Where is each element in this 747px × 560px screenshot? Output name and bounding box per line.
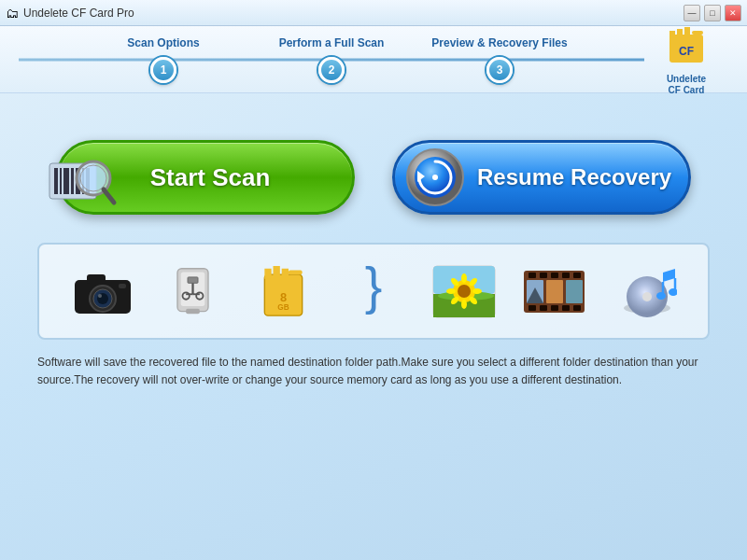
svg-point-50: [458, 285, 471, 298]
camera-icon: [65, 259, 140, 324]
svg-point-80: [669, 288, 677, 296]
svg-point-20: [432, 175, 438, 180]
svg-point-57: [446, 288, 456, 294]
icons-strip: 8 GB }: [37, 243, 710, 340]
window-title: Undelete CF Card Pro: [23, 7, 684, 20]
usb-drive-icon: [156, 259, 231, 324]
scan-icon: [45, 145, 120, 219]
svg-rect-69: [573, 305, 581, 311]
buttons-row: Start Scan: [37, 140, 710, 215]
svg-text:GB: GB: [277, 302, 289, 311]
resume-recovery-label: Resume Recovery: [477, 164, 671, 190]
step-bar: Scan Options 1 Perform a Full Scan 2 Pre…: [0, 26, 747, 93]
audio-icon: [607, 259, 682, 324]
maximize-button[interactable]: □: [704, 5, 721, 21]
step-2[interactable]: Perform a Full Scan 2: [247, 36, 416, 83]
step-3[interactable]: Preview & Recovery Files 3: [416, 36, 584, 83]
svg-rect-10: [71, 168, 74, 194]
svg-rect-60: [529, 273, 536, 278]
svg-point-79: [656, 292, 666, 300]
svg-rect-65: [529, 305, 536, 311]
svg-rect-27: [119, 284, 126, 288]
svg-rect-2: [677, 29, 683, 36]
step-3-circle: 3: [486, 57, 513, 83]
recovery-icon: [402, 145, 468, 210]
close-button[interactable]: ✕: [725, 5, 741, 21]
svg-rect-68: [562, 305, 570, 311]
svg-rect-4: [692, 31, 703, 35]
step-1-circle: 1: [150, 57, 176, 83]
svg-rect-39: [273, 266, 279, 276]
svg-rect-8: [60, 168, 62, 194]
minimize-button[interactable]: —: [684, 5, 700, 21]
svg-rect-31: [188, 276, 198, 282]
svg-rect-1: [669, 31, 675, 38]
svg-rect-9: [63, 168, 69, 194]
logo-svg: CF: [662, 23, 711, 72]
svg-rect-41: [289, 270, 303, 274]
titlebar: 🗂 Undelete CF Card Pro — □ ✕: [0, 0, 747, 26]
step-1-label: Scan Options: [127, 36, 199, 49]
svg-rect-66: [540, 305, 547, 311]
step-2-circle: 2: [318, 57, 345, 83]
svg-text:CF: CF: [679, 45, 694, 58]
svg-rect-40: [282, 268, 289, 276]
svg-point-55: [461, 300, 467, 309]
svg-rect-36: [187, 308, 201, 314]
svg-point-15: [80, 165, 106, 191]
svg-line-16: [104, 189, 114, 203]
svg-point-76: [642, 292, 652, 301]
bracket-separator: }: [336, 259, 411, 324]
info-text: Software will save the recovered file to…: [37, 354, 710, 389]
svg-rect-7: [54, 168, 58, 194]
main-content: Start Scan: [0, 93, 747, 560]
svg-rect-64: [573, 273, 581, 278]
svg-point-53: [472, 288, 482, 294]
svg-rect-38: [264, 268, 271, 278]
svg-rect-67: [551, 305, 558, 311]
svg-text:}: }: [365, 261, 383, 315]
sd-card-icon: 8 GB: [246, 259, 320, 324]
svg-rect-61: [540, 273, 547, 278]
step-3-label: Preview & Recovery Files: [431, 36, 567, 49]
svg-rect-22: [87, 274, 106, 284]
app-logo: CF Undelete CF Card: [644, 23, 728, 96]
step-1[interactable]: Scan Options 1: [79, 36, 247, 83]
svg-text:8: 8: [280, 289, 287, 303]
step-2-label: Perform a Full Scan: [279, 36, 385, 49]
svg-point-51: [461, 273, 467, 283]
svg-rect-62: [551, 273, 558, 278]
svg-rect-71: [546, 280, 563, 303]
logo-text: Undelete CF Card: [667, 74, 706, 96]
steps-container: Scan Options 1 Perform a Full Scan 2 Pre…: [19, 36, 644, 83]
start-scan-button[interactable]: Start Scan: [56, 140, 355, 215]
start-scan-label: Start Scan: [150, 163, 271, 192]
app-icon: 🗂: [6, 6, 19, 21]
window-controls: — □ ✕: [684, 5, 741, 21]
photo-icon: [427, 259, 501, 324]
svg-rect-63: [562, 273, 570, 278]
svg-rect-72: [566, 280, 583, 303]
svg-rect-3: [684, 27, 690, 36]
svg-point-26: [98, 294, 102, 298]
film-strip-icon: [516, 259, 591, 324]
resume-recovery-button[interactable]: Resume Recovery: [392, 140, 691, 215]
